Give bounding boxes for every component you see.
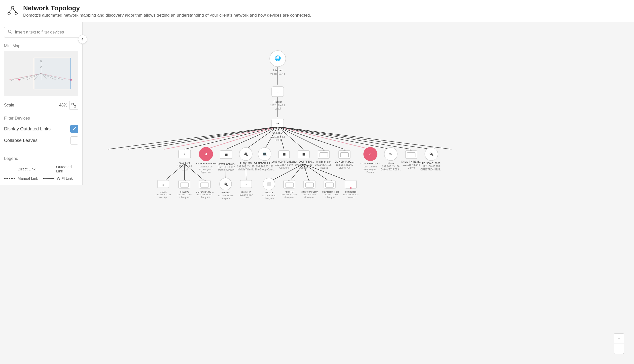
collapse-leaves-checkbox[interactable] (70, 136, 78, 144)
svg-text:None: None (388, 162, 394, 165)
svg-text:192.168.43.5: 192.168.43.5 (270, 135, 285, 138)
svg-text:192.168.43.124: 192.168.43.124 (343, 193, 359, 196)
svg-text:≡■: ≡■ (276, 122, 279, 125)
display-outdated-label: Display Outdated Links (4, 126, 51, 132)
zoom-in-button[interactable]: + (614, 333, 624, 343)
collapse-sidebar-button[interactable] (78, 35, 87, 44)
display-outdated-row: Display Outdated Links (4, 125, 78, 133)
svg-text:192.168.43.20: 192.168.43.20 (262, 194, 276, 197)
wifi-line-icon (43, 178, 54, 179)
svg-text:192.168.43.136: 192.168.43.136 (382, 165, 400, 168)
svg-text:d: d (205, 152, 207, 156)
manual-line-icon (4, 178, 15, 179)
mini-map (4, 51, 78, 96)
svg-text:⬜: ⬜ (267, 182, 271, 186)
svg-text:192.168.43.149: 192.168.43.149 (295, 163, 312, 166)
display-outdated-checkbox[interactable] (70, 125, 78, 133)
svg-text:Domotz: Domotz (347, 196, 355, 199)
scale-label: Scale (4, 103, 14, 107)
svg-text:Liberty AV: Liberty AV (264, 197, 274, 200)
svg-text:169.254.2.197: 169.254.2.197 (177, 193, 192, 196)
svg-text:192.168.43.156: 192.168.43.156 (218, 194, 234, 197)
svg-point-1 (8, 12, 10, 15)
header-text: Network Topology Domotz's automated netw… (23, 4, 311, 18)
svg-text:...1001: ...1001 (160, 191, 167, 193)
svg-text:🔌: 🔌 (429, 152, 434, 156)
svg-text:192.168.43.148: 192.168.43.148 (402, 163, 420, 166)
svg-text:Switch #1: Switch #1 (272, 132, 284, 135)
sidebar-wrapper: Mini Map (0, 22, 83, 364)
svg-text:MainRoom-Visio: MainRoom-Visio (322, 191, 339, 193)
svg-text:192.168.43.159: 192.168.43.159 (422, 165, 440, 168)
svg-text:Onkyo TX-RZ83...: Onkyo TX-RZ83... (381, 168, 401, 171)
topology-canvas[interactable]: 🌐 Internet 24.10.174.14 ≡ Router 192.168… (83, 22, 634, 364)
svg-text:⬛: ⬛ (302, 153, 305, 156)
topology-svg: 🌐 Internet 24.10.174.14 ≡ Router 192.168… (83, 22, 634, 364)
svg-text:DESKTOP-RR10...: DESKTOP-RR10... (254, 162, 275, 165)
svg-text:MainRoom-Sony: MainRoom-Sony (301, 191, 318, 193)
svg-text:CRESTRON ELE...: CRESTRON ELE... (420, 168, 442, 171)
svg-text:192.168.43.181: 192.168.43.181 (256, 165, 273, 168)
svg-text:Wattbox: Wattbox (222, 191, 230, 194)
svg-text:192.168.43.193: 192.168.43.193 (197, 193, 213, 196)
svg-line-6 (11, 32, 12, 34)
legend-direct-label: Direct Link (18, 167, 36, 171)
filter-section: Filter Devices Display Outdated Links Co… (4, 116, 78, 148)
svg-point-23 (18, 79, 20, 81)
page-header: Network Topology Domotz's automated netw… (0, 0, 634, 22)
legend-wifi: WIFI Link (43, 176, 79, 180)
svg-text:192.168.43.6: 192.168.43.6 (177, 165, 192, 168)
search-input[interactable] (15, 30, 75, 34)
svg-rect-26 (74, 105, 76, 107)
svg-text:≡: ≡ (277, 90, 278, 93)
svg-text:Liberty AV: Liberty AV (339, 166, 350, 169)
svg-line-32 (206, 127, 278, 149)
svg-text:ea3-000FFF1932...: ea3-000FFF1932... (273, 160, 295, 163)
svg-line-43 (278, 127, 411, 149)
svg-line-33 (278, 127, 370, 149)
svg-text:192.168.43.125: 192.168.43.125 (237, 165, 255, 168)
search-icon (8, 29, 12, 35)
scale-fit-button[interactable] (69, 101, 78, 110)
svg-text:169.254.3.204: 169.254.3.204 (323, 193, 338, 196)
svg-text:Internet: Internet (273, 69, 282, 72)
direct-line-icon (4, 169, 15, 169)
svg-text:AV: AV (410, 150, 412, 152)
svg-line-31 (164, 127, 278, 149)
legend-manual: Manual Link (4, 176, 39, 180)
svg-text:192.168.43.187: 192.168.43.187 (281, 193, 297, 196)
svg-text:Apple, Inc.: Apple, Inc. (201, 171, 212, 173)
svg-text:Onkyo: Onkyo (408, 166, 415, 169)
svg-text:imxBmm-onk: imxBmm-onk (316, 160, 331, 163)
svg-text:bcm-000FFF500...: bcm-000FFF500... (293, 160, 314, 163)
svg-text:≡: ≡ (245, 183, 247, 186)
svg-text:domotzbox: domotzbox (345, 191, 357, 193)
svg-text:IPEXCB: IPEXCB (265, 191, 273, 194)
svg-text:Last seen on: Last seen on (199, 165, 213, 168)
legend-direct: Direct Link (4, 165, 39, 173)
svg-text:192.168.43.182: 192.168.43.182 (217, 166, 235, 168)
svg-text:Last seen on: Last seen on (364, 165, 377, 168)
zoom-controls: + − (614, 333, 624, 354)
collapse-leaves-label: Collapse Leaves (4, 138, 38, 143)
svg-text:Integra: Integra (320, 166, 328, 169)
page-subtitle: Domotz's automated network mapping and d… (23, 13, 311, 18)
sidebar: Mini Map (0, 22, 83, 185)
svg-text:≡: ≡ (184, 153, 185, 155)
svg-text:Control4: Control4 (299, 166, 308, 169)
svg-text:F0:23:B9:E3:0C:CF: F0:23:B9:E3:0C:CF (361, 162, 380, 165)
svg-text:DL-HDM8A-H2 ...: DL-HDM8A-H2 ... (196, 191, 214, 193)
svg-text:Liberty AV: Liberty AV (180, 196, 190, 199)
svg-rect-25 (72, 103, 74, 105)
zoom-out-button[interactable]: − (614, 344, 624, 354)
svg-text:Liberty AV: Liberty AV (304, 196, 314, 199)
svg-point-2 (15, 12, 17, 15)
svg-text:192.168.43.187: 192.168.43.187 (315, 163, 333, 166)
svg-text:≡: ≡ (162, 184, 164, 186)
svg-line-45 (278, 127, 451, 149)
svg-text:2019 August 3: 2019 August 3 (199, 168, 213, 171)
svg-text:AV: AV (343, 150, 346, 152)
svg-text:Middle Atlantic: Middle Atlantic (218, 169, 234, 171)
svg-line-34 (185, 127, 278, 149)
search-box[interactable] (4, 27, 78, 38)
